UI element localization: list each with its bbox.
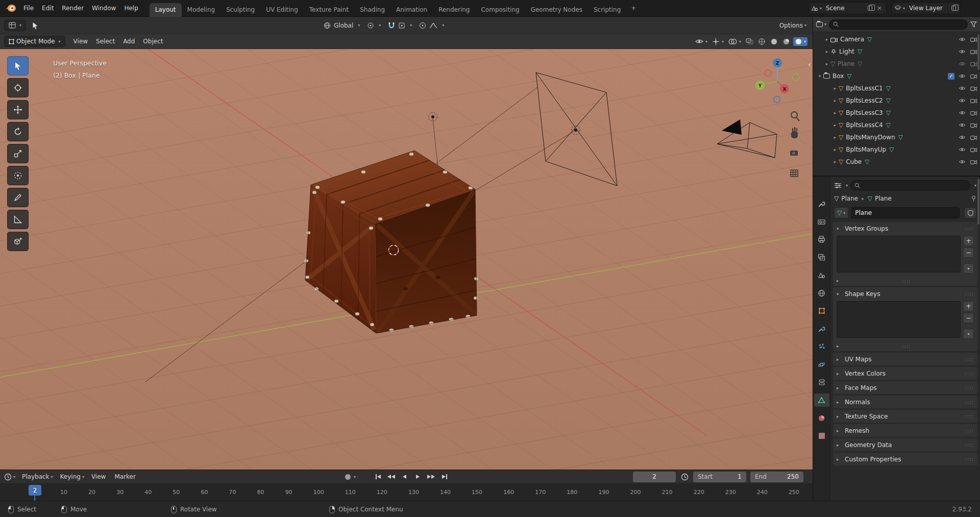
tool-move[interactable] (7, 100, 29, 119)
outliner-row[interactable]: ▾ ▽ Box ▽ ✓ (813, 70, 980, 82)
jump-to-end-button[interactable] (438, 472, 450, 482)
panel-header[interactable]: ▸ Normals :::: (833, 396, 977, 408)
overl​ays-button[interactable]: ▾ (727, 38, 743, 45)
shading-solid-button[interactable] (769, 38, 779, 45)
panel-grip-icon[interactable]: :::: (965, 371, 974, 376)
outliner-row[interactable]: ▸ ▽ BpltsManyUp ▽ ✓ (813, 143, 980, 156)
delete-scene-button[interactable]: × (875, 4, 884, 13)
tab-modifiers[interactable] (814, 322, 829, 335)
panel-grip-icon[interactable]: :::: (965, 413, 974, 419)
panel-header[interactable]: ▸ Custom Properties :::: (833, 453, 977, 465)
outliner-scrollbar[interactable] (977, 34, 979, 70)
panel-grip-icon[interactable]: :::: (965, 385, 974, 390)
panel-header[interactable]: ▸ Vertex Colors :::: (833, 367, 977, 380)
frame-start-field[interactable]: Start1 (693, 472, 746, 482)
outliner-row[interactable]: ▸ ▽ BpltsManyDown ▽ ✓ (813, 131, 980, 143)
panel-grip-icon[interactable]: :::: (965, 399, 974, 405)
use-preview-range-button[interactable] (681, 473, 689, 481)
pivot-point-button[interactable] (367, 22, 374, 29)
properties-scrollbar[interactable] (977, 179, 979, 225)
proportional-editing-button[interactable] (419, 22, 426, 29)
tool-cursor[interactable] (7, 78, 29, 97)
properties-search-input[interactable] (850, 180, 970, 190)
timeline-menu-item[interactable]: View (88, 472, 111, 482)
disable-in-renders-toggle[interactable] (970, 147, 977, 152)
expand-arrow[interactable]: ▸ (823, 49, 830, 54)
play-button[interactable] (412, 472, 424, 482)
tool-select-box[interactable] (7, 56, 29, 76)
tab-constraints[interactable] (814, 376, 829, 389)
timeline-editor-icon[interactable] (4, 473, 12, 481)
panel-header[interactable]: ▾ Vertex Groups :::: (833, 222, 977, 235)
next-keyframe-button[interactable] (425, 472, 437, 482)
menu-item[interactable]: Window (88, 3, 120, 14)
workspace-tab[interactable]: UV Editing (260, 3, 304, 17)
timeline-menu-item[interactable]: Marker (111, 472, 140, 482)
auto-keying-button[interactable] (345, 474, 351, 480)
expand-arrow[interactable]: ▸ (831, 122, 839, 128)
timeline-ruler[interactable]: 1020304050607080901001101201301401501601… (0, 484, 813, 501)
add-workspace-button[interactable]: + (626, 2, 641, 15)
tab-tool[interactable] (814, 197, 829, 210)
filter-button[interactable] (970, 21, 977, 28)
hide-in-viewport-toggle[interactable] (959, 37, 966, 42)
jump-to-start-button[interactable] (372, 472, 384, 482)
breadcrumb-data[interactable]: Plane (875, 195, 892, 202)
disable-in-renders-toggle[interactable] (970, 86, 977, 91)
snap-target-button[interactable] (398, 22, 405, 29)
panel-grip-icon[interactable]: :::: (965, 356, 974, 362)
disable-in-renders-toggle[interactable] (970, 110, 977, 115)
timeline-menu-item[interactable]: Playback▾ (18, 472, 57, 482)
new-scene-button[interactable] (866, 4, 875, 13)
hide-in-viewport-toggle[interactable] (959, 147, 966, 152)
scene-selector[interactable]: ▾ Scene × (808, 2, 887, 14)
menu-item[interactable]: Edit (38, 3, 58, 14)
new-view-layer-button[interactable] (949, 4, 958, 13)
gizmos-button[interactable]: ▾ (710, 38, 725, 45)
hide-in-viewport-toggle[interactable] (959, 135, 966, 140)
workspace-tab[interactable]: Compositing (475, 3, 525, 17)
panel-header[interactable]: ▾ Shape Keys :::: (833, 287, 977, 300)
tab-object-data[interactable] (814, 393, 829, 407)
disable-in-renders-toggle[interactable] (970, 98, 977, 103)
workspace-tab[interactable]: Modeling (182, 3, 221, 17)
tool-scale[interactable] (7, 144, 29, 163)
expand-arrow[interactable]: ▸ (831, 98, 839, 103)
panel-grip-icon[interactable]: :::: (965, 291, 974, 297)
expand-arrow[interactable]: ▸ (831, 159, 839, 164)
tool-measure[interactable] (7, 210, 29, 229)
menu-item[interactable]: File (19, 3, 38, 14)
tab-scene[interactable] (814, 268, 829, 282)
active-tool-icon[interactable] (31, 21, 39, 30)
disable-in-renders-toggle[interactable] (970, 122, 977, 128)
view-layer-selector[interactable]: ▾ View Layer (892, 2, 961, 14)
tool-transform[interactable] (7, 166, 29, 185)
play-reverse-button[interactable] (399, 472, 410, 482)
outliner-row[interactable]: ▸ ▽ BpltsLessC1 ▽ ✓ (813, 82, 980, 94)
expand-arrow[interactable]: ▸ (823, 37, 830, 42)
workspace-tab[interactable]: Shading (354, 3, 390, 17)
tool-annotate[interactable] (7, 188, 29, 207)
tab-texture[interactable] (814, 429, 829, 442)
object-visibility-button[interactable]: ▾ (694, 38, 709, 44)
mode-dropdown[interactable]: Object Mode ▾ (4, 36, 65, 47)
snap-magnet-icon[interactable] (388, 22, 395, 29)
outliner-row[interactable]: ▸ ▽ Plane ▽ ✓ (813, 58, 980, 70)
drag-grip-icon[interactable]: :::: (902, 278, 911, 284)
blender-logo-icon[interactable] (5, 4, 16, 12)
tab-material[interactable] (814, 411, 829, 425)
disable-in-renders-toggle[interactable] (970, 37, 977, 42)
panel-header[interactable]: ▸ Geometry Data :::: (833, 438, 977, 451)
workspace-tab[interactable]: Layout (150, 3, 182, 17)
expand-arrow[interactable]: ▸ (823, 61, 830, 66)
panel-list-box[interactable] (837, 236, 961, 273)
frame-end-field[interactable]: End250 (750, 472, 803, 482)
drag-grip-icon[interactable]: :::: (902, 343, 911, 349)
outliner-row[interactable]: ▸ ▽ BpltsLessC3 ▽ ✓ (813, 107, 980, 119)
orientation-label[interactable]: Global (334, 22, 353, 29)
remove-item-button[interactable]: − (963, 313, 974, 323)
subpanel-expand-icon[interactable]: ▸ (837, 343, 839, 349)
subpanel-expand-icon[interactable]: ▸ (837, 278, 839, 283)
outliner-row[interactable]: ▸ ▽ BpltsLessC4 ▽ ✓ (813, 119, 980, 131)
tab-render[interactable] (814, 215, 829, 228)
